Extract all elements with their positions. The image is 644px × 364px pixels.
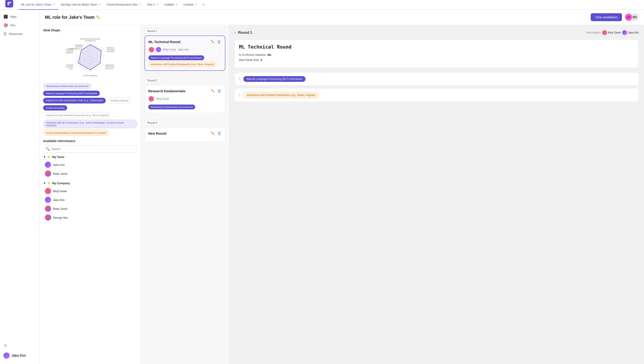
round-3-delete-button[interactable]: 🗑️ — [217, 131, 222, 135]
interviewer-jake-kim-2[interactable]: Jake Kim — [43, 196, 137, 204]
interviewer-jake-kim-1[interactable]: Jake Kim — [43, 160, 137, 169]
round-2-wrapper: Round 2 Research fundamentals ✏️ 🗑️ Minj… — [144, 78, 225, 117]
team-icon: 📁 — [47, 181, 51, 185]
page-title-area: ML role for Jake's Team ✏️ — [45, 15, 100, 20]
svg-rect-1 — [10, 2, 11, 3]
sidebar-user[interactable]: Jake Kim — [0, 350, 40, 361]
resources-icon: ☰ — [4, 32, 6, 36]
tab-label: Hire 1 — [147, 3, 155, 6]
skill-chip[interactable]: Networking fundamentals and protocols — [43, 83, 92, 89]
round-1-delete-button[interactable]: 🗑️ — [217, 40, 221, 44]
expand-icon: ▼ — [43, 155, 46, 159]
interviewer-chip-minji: Minji Gwak — [602, 30, 621, 35]
tab-close-untitled1[interactable]: ✕ — [175, 3, 178, 7]
skill-card-1: ⠿ Natural Language Processing (NLP) tech… — [234, 72, 639, 86]
interviewer-avatar-minji — [148, 47, 154, 53]
max-panel-label: Max Panel Size — [239, 58, 259, 62]
team-my-team-header[interactable]: ▼ 📁 My Team — [43, 155, 137, 159]
drag-handle-2[interactable]: ⠿ — [238, 93, 241, 97]
tab-ml-role[interactable]: ML role for Jake's Team ✕ — [18, 0, 58, 10]
round-3-edit-button[interactable]: ✏️ — [210, 131, 215, 135]
tab-devops[interactable]: DevOps role for Minji's Team ✕ — [58, 0, 104, 10]
view-candidates-button[interactable]: View candidates — [591, 13, 622, 21]
sidebar-item-hire[interactable]: 🎯 Hire — [0, 21, 40, 30]
sidebar-item-label: Align — [10, 15, 16, 18]
round-1-interviewers: Minji Gwak Jake Kim — [148, 47, 221, 53]
round-1-interviewer-names: Minji Gwak Jake Kim — [163, 48, 189, 51]
interviewer-chip-name: Jake Kim — [628, 31, 639, 34]
sidebar-item-label: Resources — [9, 32, 22, 36]
interviewer-minji-gwak[interactable]: Minji Gwak — [43, 187, 137, 196]
round-detail-name: Round 1 — [238, 31, 252, 35]
sidebar-item-align[interactable]: ⬛ Align — [0, 12, 40, 21]
middle-panel: Round 1 ML Technical Round ✏️ 🗑️ — [141, 25, 229, 364]
interviewer-avatar — [45, 206, 51, 212]
interviewer-radu-jomir-2[interactable]: Radu Jomir — [43, 204, 137, 213]
page-header: ML role for Jake's Team ✏️ View candidat… — [40, 10, 644, 25]
svg-text:techniques (e.g.,: techniques (e.g., — [70, 48, 82, 50]
skill-chip[interactable]: experience with orchestration tools (e.g… — [43, 98, 106, 103]
drag-handle-1[interactable]: ⠿ — [238, 77, 241, 81]
round-2-card[interactable]: Research fundamentals ✏️ 🗑️ Minji Gwak N… — [144, 85, 225, 113]
radar-chart: Networking fundamentals and protocols Na… — [43, 35, 137, 79]
skills-chips-area: Networking fundamentals and protocols Na… — [43, 83, 137, 136]
brightness-icon[interactable]: ☀ — [0, 343, 40, 348]
round-3-card[interactable]: New Round ✏️ 🗑️ — [144, 127, 225, 142]
interviewer-george-ilas[interactable]: George Ilas — [43, 213, 137, 222]
search-input[interactable] — [51, 147, 135, 151]
skill-chip[interactable]: familiarity with NLP techniques (e.g., w… — [43, 120, 137, 128]
tab-untitled2[interactable]: Untitled ✕ — [181, 0, 200, 10]
interviewer-chip-avatar-jake — [622, 30, 627, 35]
round-2-actions: ✏️ 🗑️ — [210, 89, 222, 93]
skill-chip[interactable]: Natural Language Processing (NLP) techni… — [43, 91, 100, 96]
team-group-my-company: ▼ 📁 My Company Minji Gwak Jake Kim — [43, 181, 137, 222]
interviewer-chip-jake: Jake Kim — [622, 30, 639, 35]
max-panel-field: Max Panel Size 2 — [239, 58, 634, 62]
round-2-edit-button[interactable]: ✏️ — [210, 89, 215, 93]
round-1-actions: ✏️ 🗑️ — [210, 40, 221, 44]
round-1-card[interactable]: ML Technical Round ✏️ 🗑️ Minji Gwak Jake… — [144, 36, 225, 71]
round-1-edit-button[interactable]: ✏️ — [210, 40, 215, 44]
tab-close-ml[interactable]: ✕ — [53, 3, 56, 7]
interviewer-chip-avatar-minji — [602, 30, 607, 35]
sidebar-item-resources[interactable]: ☰ Resources — [0, 30, 40, 38]
interviewer-avatar — [45, 188, 51, 194]
round-1-wrapper: Round 1 ML Technical Round ✏️ 🗑️ — [144, 29, 225, 74]
skill-chip[interactable]: strong understanding of frontend develop… — [43, 130, 109, 136]
tab-label: ML role for Jake's Team — [21, 3, 51, 6]
round-3-title-row: New Round ✏️ 🗑️ — [148, 131, 222, 135]
max-panel-value: 2 — [260, 58, 262, 62]
tab-close-cloud[interactable]: ✕ — [139, 3, 142, 7]
tab-close-hire1[interactable]: ✕ — [156, 3, 159, 7]
tab-close-untitled2[interactable]: ✕ — [194, 3, 197, 7]
tab-untitled1[interactable]: Untitled ✕ — [162, 0, 181, 10]
round-detail-title: ML Technical Round — [239, 44, 634, 50]
hire-icon: 🎯 — [4, 23, 8, 27]
team-my-company-header[interactable]: ▼ 📁 My Company — [43, 181, 137, 185]
svg-rect-0 — [8, 2, 9, 3]
interviewer-avatar — [45, 197, 51, 203]
left-panel: Ideal Shape — [40, 25, 141, 364]
team-name: My Company — [52, 181, 70, 185]
collapse-button[interactable]: » — [234, 31, 236, 35]
svg-text:techniques): techniques) — [107, 50, 114, 52]
svg-rect-2 — [8, 4, 9, 5]
tab-hire1[interactable]: Hire 1 ✕ — [144, 0, 162, 10]
add-tab-button[interactable]: + — [200, 3, 207, 7]
tab-close-devops[interactable]: ✕ — [98, 3, 101, 7]
tab-cloud-infra[interactable]: Cloud Infrastructure Dev ✕ — [104, 0, 144, 10]
interviewer-radu-jomir-1[interactable]: Radu Jomir — [43, 169, 137, 178]
skill-chip[interactable]: Problem-Solving — [108, 98, 131, 103]
skill-chip[interactable]: Cloud Computing — [43, 105, 67, 110]
round-1-title-row: ML Technical Round ✏️ 🗑️ — [148, 40, 221, 44]
round-2-delete-button[interactable]: 🗑️ — [217, 89, 222, 93]
round-3-wrapper: Round 3 New Round ✏️ 🗑️ — [144, 120, 225, 145]
svg-text:tools (e.g.,: tools (e.g., — [105, 68, 114, 70]
sidebar-nav: ⬛ Align 🎯 Hire ☰ Resources — [0, 12, 40, 38]
round-1-title: ML Technical Round — [148, 40, 180, 44]
skill-chip[interactable]: experience with frontend frameworks (e.g… — [43, 112, 112, 118]
edit-title-icon[interactable]: ✏️ — [96, 16, 100, 19]
app-logo — [5, 0, 13, 8]
skill-card-2: ⠿ experience with frontend frameworks (e… — [234, 88, 639, 102]
tab-label: Cloud Infrastructure Dev — [106, 3, 138, 6]
